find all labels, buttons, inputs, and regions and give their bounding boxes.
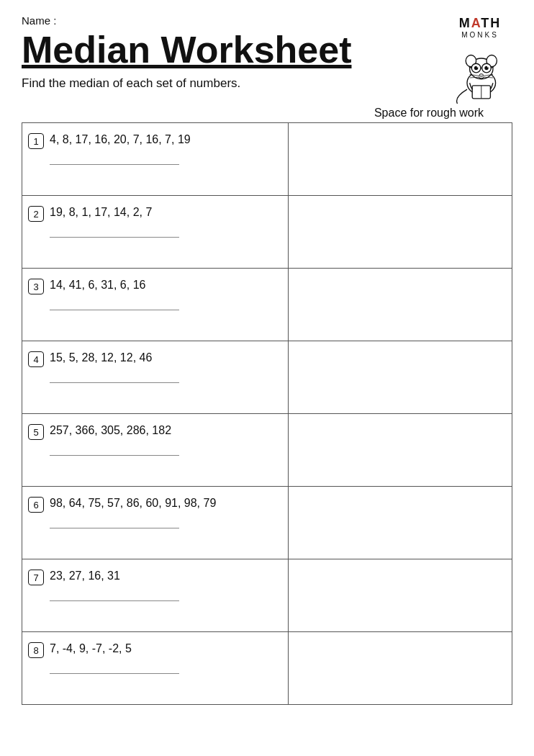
rough-work-cell-8 bbox=[289, 632, 512, 705]
subtitle: Find the median of each set of numbers. bbox=[22, 76, 351, 91]
rough-work-cell-2 bbox=[289, 196, 512, 269]
rough-work-cell-7 bbox=[289, 559, 512, 632]
header-left: Name : Median Worksheet Find the median … bbox=[22, 14, 351, 98]
rough-work-header: Space for rough work bbox=[22, 107, 512, 120]
problem-cell-8: 87, -4, 9, -7, -2, 5 bbox=[22, 632, 288, 704]
answer-line-3 bbox=[50, 307, 179, 310]
problem-cell-6: 698, 64, 75, 57, 86, 60, 91, 98, 79 bbox=[22, 487, 288, 559]
problem-number-4: 4 bbox=[28, 351, 44, 367]
problem-number-7: 7 bbox=[28, 570, 44, 585]
problem-text-7: 23, 27, 16, 31 bbox=[50, 568, 281, 584]
answer-line-5 bbox=[50, 453, 179, 456]
logo-area: MATH MONKS bbox=[448, 14, 512, 104]
problem-number-8: 8 bbox=[28, 642, 44, 658]
problem-text-1: 4, 8, 17, 16, 20, 7, 16, 7, 19 bbox=[50, 132, 281, 148]
answer-line-6 bbox=[50, 526, 179, 528]
name-label: Name : bbox=[22, 14, 351, 27]
answer-line-7 bbox=[50, 598, 179, 601]
mouse-illustration bbox=[448, 39, 512, 104]
problem-text-2: 19, 8, 1, 17, 14, 2, 7 bbox=[50, 204, 281, 220]
svg-point-13 bbox=[479, 74, 483, 77]
logo-math: MATH bbox=[459, 16, 502, 31]
problem-cell-7: 723, 27, 16, 31 bbox=[22, 559, 288, 631]
rough-work-cell-4 bbox=[289, 341, 512, 414]
problem-text-3: 14, 41, 6, 31, 6, 16 bbox=[50, 277, 281, 293]
problem-text-6: 98, 64, 75, 57, 86, 60, 91, 98, 79 bbox=[50, 495, 281, 511]
problem-text-4: 15, 5, 28, 12, 12, 46 bbox=[50, 350, 281, 366]
answer-line-1 bbox=[50, 162, 179, 165]
rough-work-cell-3 bbox=[289, 269, 512, 341]
header-section: Name : Median Worksheet Find the median … bbox=[22, 14, 512, 104]
answer-line-2 bbox=[50, 235, 179, 238]
rough-work-cell-1 bbox=[289, 123, 512, 196]
answer-line-8 bbox=[50, 671, 179, 674]
problem-cell-5: 5257, 366, 305, 286, 182 bbox=[22, 414, 288, 486]
problem-number-3: 3 bbox=[28, 279, 44, 294]
rough-work-cell-6 bbox=[289, 487, 512, 559]
logo-a: A bbox=[471, 16, 481, 30]
problem-text-5: 257, 366, 305, 286, 182 bbox=[50, 423, 281, 438]
rough-work-label: Space for rough work bbox=[374, 107, 484, 120]
logo-monks: MONKS bbox=[459, 31, 502, 39]
logo: MATH MONKS bbox=[459, 16, 502, 39]
problem-cell-1: 14, 8, 17, 16, 20, 7, 16, 7, 19 bbox=[22, 123, 288, 195]
svg-point-12 bbox=[487, 66, 489, 68]
problem-cell-2: 219, 8, 1, 17, 14, 2, 7 bbox=[22, 196, 288, 268]
problems-table: 14, 8, 17, 16, 20, 7, 16, 7, 19219, 8, 1… bbox=[22, 122, 512, 705]
answer-line-4 bbox=[50, 380, 179, 383]
problem-number-6: 6 bbox=[28, 497, 44, 513]
rough-work-cell-5 bbox=[289, 414, 512, 487]
problem-cell-4: 415, 5, 28, 12, 12, 46 bbox=[22, 341, 288, 413]
problem-number-1: 1 bbox=[28, 133, 44, 149]
problem-cell-3: 314, 41, 6, 31, 6, 16 bbox=[22, 269, 288, 341]
problem-number-2: 2 bbox=[28, 206, 44, 222]
problem-number-5: 5 bbox=[28, 424, 44, 440]
problem-text-8: 7, -4, 9, -7, -2, 5 bbox=[50, 641, 281, 657]
svg-point-11 bbox=[477, 66, 479, 68]
page-title: Median Worksheet bbox=[22, 30, 351, 71]
